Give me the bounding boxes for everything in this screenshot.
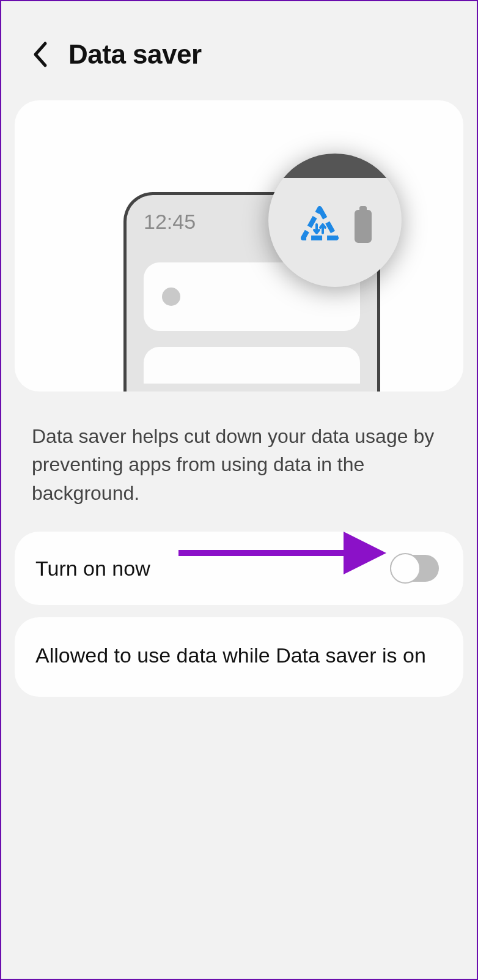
description-text: Data saver helps cut down your data usag…	[1, 404, 477, 525]
header: Data saver	[1, 1, 477, 94]
turn-on-toggle[interactable]	[390, 555, 439, 582]
illustration-card: 12:45	[15, 100, 463, 392]
page-title: Data saver	[68, 39, 202, 70]
toggle-thumb	[390, 553, 421, 584]
back-icon[interactable]	[32, 41, 49, 68]
magnifier-circle	[268, 154, 402, 287]
mock-clock: 12:45	[144, 210, 196, 234]
battery-icon	[355, 210, 372, 243]
turn-on-label: Turn on now	[35, 557, 150, 581]
allowed-apps-label: Allowed to use data while Data saver is …	[35, 642, 443, 670]
data-saver-icon	[298, 206, 341, 247]
allowed-apps-row[interactable]: Allowed to use data while Data saver is …	[15, 617, 463, 697]
mock-card-2	[144, 347, 360, 384]
mock-dot-icon	[162, 288, 180, 306]
turn-on-row[interactable]: Turn on now	[15, 532, 463, 605]
